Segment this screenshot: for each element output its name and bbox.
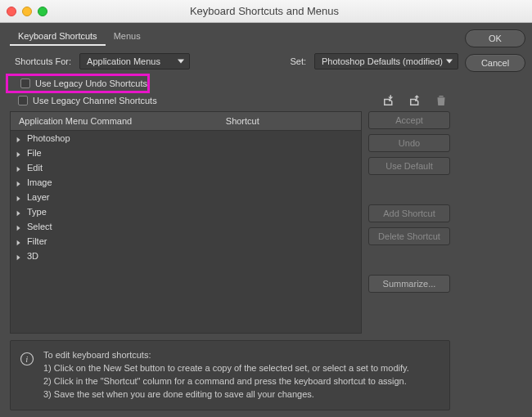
col-shortcut[interactable]: Shortcut (218, 112, 361, 130)
set-label: Set: (290, 56, 306, 66)
row-label: Edit (27, 163, 43, 173)
window-title: Keyboard Shortcuts and Menus (47, 5, 481, 17)
table-row[interactable]: Type (11, 204, 361, 219)
col-command[interactable]: Application Menu Command (11, 112, 218, 130)
chevron-right-icon (16, 164, 22, 171)
info-line-3: 3) Save the set when you are done editin… (43, 388, 409, 401)
chevron-right-icon (16, 150, 22, 156)
checkbox-icon (18, 96, 28, 105)
summarize-button[interactable]: Summarize... (368, 275, 450, 293)
info-panel: i To edit keyboard shortcuts: 1) Click o… (10, 340, 450, 410)
shortcuts-for-label: Shortcuts For: (15, 56, 71, 66)
row-label: Photoshop (27, 133, 70, 143)
chevron-right-icon (16, 253, 22, 259)
row-label: File (27, 148, 42, 158)
row-label: Filter (27, 236, 47, 246)
legacy-channel-label: Use Legacy Channel Shortcuts (33, 96, 157, 105)
delete-shortcut-button[interactable]: Delete Shortcut (368, 227, 450, 245)
row-label: Image (27, 177, 52, 187)
ok-button[interactable]: OK (465, 29, 525, 47)
shortcuts-for-select[interactable]: Application Menus (79, 53, 190, 70)
table-row[interactable]: Image (11, 175, 361, 190)
zoom-icon[interactable] (38, 7, 47, 16)
info-line-2: 2) Click in the "Shortcut" column for a … (43, 375, 409, 388)
info-line-1: 1) Click on the New Set button to create… (43, 362, 409, 375)
table-row[interactable]: Photoshop (11, 131, 361, 146)
shortcut-table: Application Menu Command Shortcut Photos… (10, 111, 362, 334)
titlebar: Keyboard Shortcuts and Menus (0, 0, 532, 23)
undo-button[interactable]: Undo (368, 134, 450, 152)
table-row[interactable]: Layer (11, 190, 361, 204)
legacy-channel-checkbox[interactable]: Use Legacy Channel Shortcuts (10, 93, 157, 108)
use-default-button[interactable]: Use Default (368, 157, 450, 175)
save-set-icon[interactable] (408, 93, 422, 108)
chevron-right-icon (16, 135, 22, 141)
new-set-icon[interactable] (381, 93, 396, 108)
minimize-icon[interactable] (22, 7, 32, 16)
table-row[interactable]: Filter (11, 234, 361, 249)
row-label: Layer (27, 192, 50, 202)
tab-keyboard-shortcuts[interactable]: Keyboard Shortcuts (10, 28, 106, 46)
chevron-right-icon (16, 238, 22, 244)
row-label: Type (27, 207, 47, 217)
table-row[interactable]: Edit (11, 160, 361, 175)
close-icon[interactable] (7, 7, 16, 16)
info-heading: To edit keyboard shortcuts: (43, 349, 409, 362)
tab-menus[interactable]: Menus (106, 28, 149, 46)
trash-icon[interactable] (434, 93, 449, 108)
cancel-button[interactable]: Cancel (465, 54, 525, 72)
legacy-undo-label: Use Legacy Undo Shortcuts (35, 78, 147, 88)
legacy-undo-checkbox[interactable]: Use Legacy Undo Shortcuts (12, 76, 147, 91)
set-select[interactable]: Photoshop Defaults (modified) (314, 53, 458, 70)
info-icon: i (19, 351, 35, 367)
tabs: Keyboard Shortcuts Menus (10, 28, 458, 46)
table-row[interactable]: Select (11, 219, 361, 234)
row-label: 3D (27, 251, 38, 261)
checkbox-icon (20, 78, 30, 88)
chevron-right-icon (16, 223, 22, 230)
chevron-right-icon (16, 208, 22, 215)
accept-button[interactable]: Accept (368, 111, 450, 129)
table-row[interactable]: 3D (11, 249, 361, 263)
svg-text:i: i (25, 354, 28, 364)
chevron-right-icon (16, 179, 22, 186)
row-label: Select (27, 222, 52, 231)
add-shortcut-button[interactable]: Add Shortcut (368, 204, 450, 222)
chevron-right-icon (16, 194, 22, 200)
table-row[interactable]: File (11, 146, 361, 160)
